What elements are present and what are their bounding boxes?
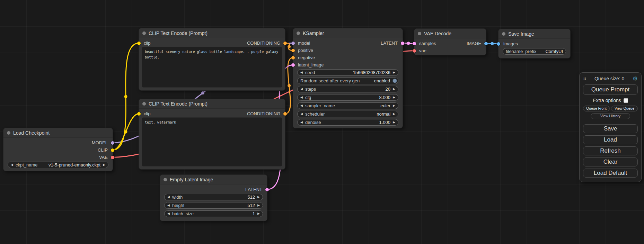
collapse-dot-icon[interactable] xyxy=(418,32,421,35)
node-ksampler[interactable]: KSampler model LATENT positive negative … xyxy=(293,28,403,128)
node-save-image[interactable]: Save Image images filename_prefix ComfyU… xyxy=(498,29,571,58)
input-slot-samples[interactable] xyxy=(413,42,416,45)
input-slot-clip[interactable] xyxy=(137,42,141,45)
queue-prompt-button[interactable]: Queue Prompt xyxy=(583,84,638,95)
input-slot-images[interactable] xyxy=(497,42,500,46)
collapse-dot-icon[interactable] xyxy=(142,102,146,106)
node-title: CLIP Text Encode (Prompt) xyxy=(149,101,208,107)
load-button[interactable]: Load xyxy=(583,135,638,144)
load-default-button[interactable]: Load Default xyxy=(583,169,638,178)
widget-random-seed[interactable]: Random seed after every gen enabled xyxy=(297,78,398,84)
widget-cfg[interactable]: ◀ cfg 8.000 ▶ xyxy=(297,94,398,101)
save-button[interactable]: Save xyxy=(583,124,638,133)
node-title-bar[interactable]: Empty Latent Image xyxy=(160,175,267,184)
increment-arrow-icon[interactable]: ▶ xyxy=(393,88,395,91)
toggle-knob-icon[interactable] xyxy=(392,79,397,83)
output-row: VAE xyxy=(3,154,113,161)
view-history-button[interactable]: View History xyxy=(591,113,630,119)
link-midpoint-dot xyxy=(201,91,204,94)
input-slot-latent-image[interactable] xyxy=(291,63,295,67)
widget-denoise[interactable]: ◀ denoise 1.000 ▶ xyxy=(297,119,398,126)
queue-size-label: Queue size: 0 xyxy=(586,76,633,81)
output-slot-clip[interactable] xyxy=(111,148,114,152)
node-clip-text-encode-positive[interactable]: CLIP Text Encode (Prompt) clip CONDITION… xyxy=(139,28,285,91)
widget-filename-prefix[interactable]: filename_prefix ComfyUI xyxy=(503,48,566,55)
view-queue-button[interactable]: View Queue xyxy=(611,106,638,111)
decrement-arrow-icon[interactable]: ◀ xyxy=(300,88,303,91)
widget-value: 512 xyxy=(247,195,255,200)
decrement-arrow-icon[interactable]: ◀ xyxy=(300,96,303,99)
collapse-dot-icon[interactable] xyxy=(7,131,10,135)
slot-row: positive xyxy=(293,47,403,54)
input-slot-negative[interactable] xyxy=(291,56,295,60)
widget-label: batch_size xyxy=(172,211,194,216)
collapse-dot-icon[interactable] xyxy=(164,178,167,181)
collapse-dot-icon[interactable] xyxy=(297,31,300,35)
output-slot-model[interactable] xyxy=(111,141,114,145)
output-slot-image[interactable] xyxy=(484,42,488,45)
input-slot-clip[interactable] xyxy=(137,112,141,116)
slot-row: samples IMAGE xyxy=(414,40,486,47)
node-load-checkpoint[interactable]: Load Checkpoint MODEL CLIP VAE ◀ ckpt_na… xyxy=(3,128,113,171)
output-slot-latent[interactable] xyxy=(265,188,269,191)
output-slot-vae[interactable] xyxy=(111,156,114,159)
node-title-bar[interactable]: CLIP Text Encode (Prompt) xyxy=(139,28,285,38)
prompt-textarea[interactable]: text, watermark xyxy=(142,117,282,166)
output-slot-conditioning[interactable] xyxy=(283,42,287,45)
node-title-bar[interactable]: VAE Decode xyxy=(414,29,486,38)
widget-width[interactable]: ◀ width 512 ▶ xyxy=(164,194,263,200)
node-empty-latent-image[interactable]: Empty Latent Image LATENT ◀ width 512 ▶ … xyxy=(160,174,267,221)
node-title-bar[interactable]: CLIP Text Encode (Prompt) xyxy=(139,99,285,109)
input-slot-positive[interactable] xyxy=(291,49,295,52)
widget-scheduler[interactable]: ◀ scheduler normal ▶ xyxy=(297,111,398,117)
collapse-dot-icon[interactable] xyxy=(142,31,146,35)
collapse-dot-icon[interactable] xyxy=(502,32,505,36)
decrement-arrow-icon[interactable]: ◀ xyxy=(300,121,303,124)
prompt-textarea[interactable]: beautiful scenery nature glass bottle la… xyxy=(142,47,282,88)
widget-sampler-name[interactable]: ◀ sampler_name euler ▶ xyxy=(297,102,398,109)
decrement-arrow-icon[interactable]: ◀ xyxy=(11,163,13,166)
input-slot-vae[interactable] xyxy=(413,49,416,53)
widget-height[interactable]: ◀ height 512 ▶ xyxy=(164,202,263,209)
input-label-latent-image: latent_image xyxy=(298,62,324,67)
output-slot-conditioning[interactable] xyxy=(283,112,287,116)
extra-options-checkbox[interactable] xyxy=(624,98,628,103)
widget-batch-size[interactable]: ◀ batch_size 1 ▶ xyxy=(164,210,263,217)
widget-ckpt-name[interactable]: ◀ ckpt_name v1-5-pruned-emaonly.ckpt ▶ xyxy=(8,162,108,168)
node-title-bar[interactable]: KSampler xyxy=(293,28,403,38)
decrement-arrow-icon[interactable]: ◀ xyxy=(167,196,170,199)
increment-arrow-icon[interactable]: ▶ xyxy=(393,96,395,99)
increment-arrow-icon[interactable]: ▶ xyxy=(393,121,395,124)
slot-row: clip CONDITIONING xyxy=(139,39,285,47)
increment-arrow-icon[interactable]: ▶ xyxy=(393,71,395,74)
widget-value: 1 xyxy=(253,211,255,216)
widget-label: filename_prefix xyxy=(506,49,536,54)
increment-arrow-icon[interactable]: ▶ xyxy=(257,212,260,215)
decrement-arrow-icon[interactable]: ◀ xyxy=(300,71,303,74)
decrement-arrow-icon[interactable]: ◀ xyxy=(300,104,303,107)
node-title-bar[interactable]: Load Checkpoint xyxy=(3,128,113,138)
decrement-arrow-icon[interactable]: ◀ xyxy=(167,212,170,215)
decrement-arrow-icon[interactable]: ◀ xyxy=(300,112,303,116)
drag-handle-icon[interactable]: ⠿ xyxy=(583,76,586,81)
node-clip-text-encode-negative[interactable]: CLIP Text Encode (Prompt) clip CONDITION… xyxy=(139,99,285,170)
settings-gear-icon[interactable]: ⚙ xyxy=(633,76,638,82)
widget-seed[interactable]: ◀ seed 156680208700286 ▶ xyxy=(297,69,398,76)
node-title-bar[interactable]: Save Image xyxy=(499,29,570,39)
increment-arrow-icon[interactable]: ▶ xyxy=(393,112,395,116)
increment-arrow-icon[interactable]: ▶ xyxy=(103,163,105,166)
link-midpoint-dot xyxy=(288,45,291,48)
clear-button[interactable]: Clear xyxy=(583,157,638,166)
increment-arrow-icon[interactable]: ▶ xyxy=(393,104,395,107)
refresh-button[interactable]: Refresh xyxy=(583,146,638,155)
decrement-arrow-icon[interactable]: ◀ xyxy=(167,204,170,207)
queue-front-button[interactable]: Queue Front xyxy=(583,106,610,111)
input-slot-model[interactable] xyxy=(291,42,295,45)
increment-arrow-icon[interactable]: ▶ xyxy=(257,204,260,207)
slot-row: clip CONDITIONING xyxy=(139,110,285,117)
output-slot-latent[interactable] xyxy=(401,42,404,45)
node-title: KSampler xyxy=(303,30,324,36)
widget-steps[interactable]: ◀ steps 20 ▶ xyxy=(297,86,398,92)
increment-arrow-icon[interactable]: ▶ xyxy=(257,196,260,199)
node-vae-decode[interactable]: VAE Decode samples IMAGE vae xyxy=(414,28,486,55)
